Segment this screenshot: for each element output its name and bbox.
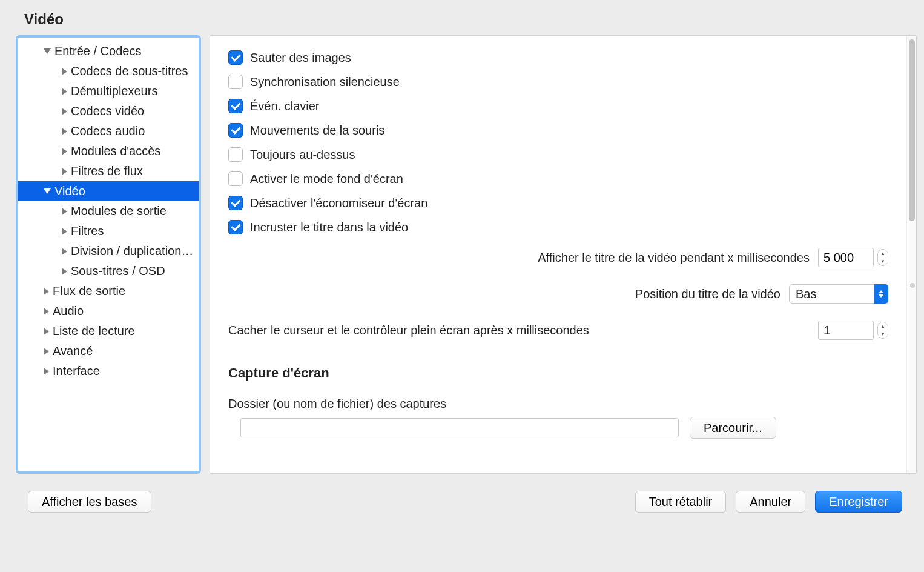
sidebar-item[interactable]: Interface bbox=[18, 361, 199, 381]
sidebar-item[interactable]: Codecs vidéo bbox=[18, 101, 199, 121]
sidebar-item[interactable]: Flux de sortie bbox=[18, 281, 199, 301]
chevron-right-icon[interactable] bbox=[62, 108, 67, 115]
sidebar-item-label: Avancé bbox=[53, 344, 93, 358]
sidebar-item[interactable]: Modules de sortie bbox=[18, 201, 199, 221]
sidebar-item[interactable]: Entrée / Codecs bbox=[18, 41, 199, 61]
sidebar-item[interactable]: Vidéo bbox=[18, 181, 199, 201]
chevron-up-icon[interactable]: ▲ bbox=[878, 250, 888, 258]
stepper-buttons[interactable]: ▲ ▼ bbox=[877, 322, 888, 339]
chevron-down-icon[interactable]: ▼ bbox=[878, 330, 888, 338]
option-label: Évén. clavier bbox=[250, 99, 320, 113]
chevron-right-icon[interactable] bbox=[62, 128, 67, 135]
cancel-button[interactable]: Annuler bbox=[736, 491, 805, 513]
checkbox-icon[interactable] bbox=[228, 123, 243, 138]
option-mouse-events[interactable]: Mouvements de la souris bbox=[228, 118, 888, 142]
spinner: ▲ ▼ bbox=[818, 248, 888, 267]
title-show-ms-input[interactable] bbox=[818, 248, 874, 267]
option-label: Désactiver l'économiseur d'écran bbox=[250, 196, 427, 210]
checkbox-icon[interactable] bbox=[228, 196, 243, 210]
title-position-select[interactable]: Bas bbox=[789, 284, 888, 304]
chevron-right-icon[interactable] bbox=[44, 328, 49, 335]
option-label: Synchronisation silencieuse bbox=[250, 75, 400, 89]
chevron-right-icon[interactable] bbox=[62, 168, 67, 175]
sidebar-item[interactable]: Codecs audio bbox=[18, 121, 199, 141]
field-title-position: Position du titre de la vidéo Bas bbox=[228, 276, 888, 312]
sidebar-item-label: Sous-titres / OSD bbox=[71, 264, 165, 278]
chevron-down-icon[interactable] bbox=[44, 188, 51, 194]
field-label: Position du titre de la vidéo bbox=[635, 287, 780, 301]
main-area: Entrée / CodecsCodecs de sous-titresDému… bbox=[0, 35, 924, 474]
checkbox-icon[interactable] bbox=[228, 171, 243, 186]
option-embed-title[interactable]: Incruster le titre dans la vidéo bbox=[228, 215, 888, 239]
sidebar-tree[interactable]: Entrée / CodecsCodecs de sous-titresDému… bbox=[16, 35, 201, 474]
sidebar-item[interactable]: Liste de lecture bbox=[18, 321, 199, 341]
capture-folder-input[interactable] bbox=[240, 418, 679, 437]
hide-cursor-ms-input[interactable] bbox=[818, 321, 874, 340]
chevron-right-icon[interactable] bbox=[44, 368, 49, 375]
chevron-down-icon[interactable] bbox=[44, 48, 51, 54]
content-panel: Sauter des images Synchronisation silenc… bbox=[210, 35, 917, 474]
reset-all-button[interactable]: Tout rétablir bbox=[635, 491, 727, 513]
content-scroll: Sauter des images Synchronisation silenc… bbox=[210, 36, 906, 473]
chevron-right-icon[interactable] bbox=[62, 248, 67, 255]
sidebar-item[interactable]: Division / duplication… bbox=[18, 241, 199, 261]
checkbox-icon[interactable] bbox=[228, 147, 243, 162]
scrollbar[interactable] bbox=[906, 36, 916, 473]
option-label: Activer le mode fond d'écran bbox=[250, 172, 403, 186]
option-key-events[interactable]: Évén. clavier bbox=[228, 94, 888, 118]
sidebar-item-label: Liste de lecture bbox=[53, 324, 135, 338]
chevron-right-icon[interactable] bbox=[62, 268, 67, 275]
chevron-right-icon[interactable] bbox=[62, 208, 67, 215]
page-title: Vidéo bbox=[0, 0, 924, 35]
chevron-right-icon[interactable] bbox=[62, 68, 67, 75]
option-label: Toujours au-dessus bbox=[250, 148, 355, 162]
sidebar-item[interactable]: Filtres de flux bbox=[18, 161, 199, 181]
footer: Afficher les bases Tout rétablir Annuler… bbox=[0, 474, 924, 513]
capture-folder-row: Parcourir... bbox=[228, 417, 888, 439]
select-chevrons-icon[interactable] bbox=[874, 284, 888, 304]
select-value: Bas bbox=[796, 287, 816, 301]
spinner: ▲ ▼ bbox=[818, 321, 888, 340]
sidebar-item-label: Filtres bbox=[71, 224, 104, 238]
sidebar-item-label: Codecs audio bbox=[71, 124, 145, 138]
option-skip-frames[interactable]: Sauter des images bbox=[228, 45, 888, 70]
checkbox-icon[interactable] bbox=[228, 50, 243, 65]
chevron-down-icon[interactable]: ▼ bbox=[878, 258, 888, 265]
browse-button[interactable]: Parcourir... bbox=[690, 417, 776, 439]
chevron-right-icon[interactable] bbox=[44, 288, 49, 295]
sidebar-item-label: Modules d'accès bbox=[71, 144, 160, 158]
option-disable-screensaver[interactable]: Désactiver l'économiseur d'écran bbox=[228, 191, 888, 215]
option-always-on-top[interactable]: Toujours au-dessus bbox=[228, 142, 888, 167]
sidebar-item-label: Interface bbox=[53, 364, 100, 378]
option-label: Sauter des images bbox=[250, 51, 351, 65]
sidebar-item[interactable]: Démultiplexeurs bbox=[18, 81, 199, 101]
checkbox-icon[interactable] bbox=[228, 99, 243, 113]
resize-grip-icon[interactable] bbox=[910, 283, 915, 288]
option-quiet-sync[interactable]: Synchronisation silencieuse bbox=[228, 70, 888, 94]
option-wallpaper-mode[interactable]: Activer le mode fond d'écran bbox=[228, 167, 888, 191]
save-button[interactable]: Enregistrer bbox=[815, 491, 902, 513]
sidebar-item-label: Codecs de sous-titres bbox=[71, 64, 188, 78]
chevron-right-icon[interactable] bbox=[62, 228, 67, 235]
chevron-right-icon[interactable] bbox=[44, 348, 49, 355]
sidebar-item[interactable]: Modules d'accès bbox=[18, 141, 199, 161]
checkbox-icon[interactable] bbox=[228, 75, 243, 89]
field-title-show-ms: Afficher le titre de la vidéo pendant x … bbox=[228, 239, 888, 276]
sidebar-item[interactable]: Sous-titres / OSD bbox=[18, 261, 199, 281]
chevron-right-icon[interactable] bbox=[62, 148, 67, 155]
sidebar-item[interactable]: Codecs de sous-titres bbox=[18, 61, 199, 81]
chevron-right-icon[interactable] bbox=[62, 88, 67, 95]
show-basic-button[interactable]: Afficher les bases bbox=[28, 491, 151, 513]
chevron-up-icon[interactable]: ▲ bbox=[878, 322, 888, 330]
stepper-buttons[interactable]: ▲ ▼ bbox=[877, 249, 888, 266]
sidebar-item[interactable]: Filtres bbox=[18, 221, 199, 241]
sidebar-item[interactable]: Audio bbox=[18, 301, 199, 321]
option-label: Incruster le titre dans la vidéo bbox=[250, 221, 408, 234]
field-hide-cursor-ms: Cacher le curseur et le contrôleur plein… bbox=[228, 312, 888, 348]
checkbox-icon[interactable] bbox=[228, 220, 243, 234]
sidebar-item[interactable]: Avancé bbox=[18, 341, 199, 361]
option-label: Mouvements de la souris bbox=[250, 124, 384, 138]
scrollbar-thumb[interactable] bbox=[909, 39, 915, 221]
sidebar-item-label: Division / duplication… bbox=[71, 244, 193, 258]
chevron-right-icon[interactable] bbox=[44, 308, 49, 315]
